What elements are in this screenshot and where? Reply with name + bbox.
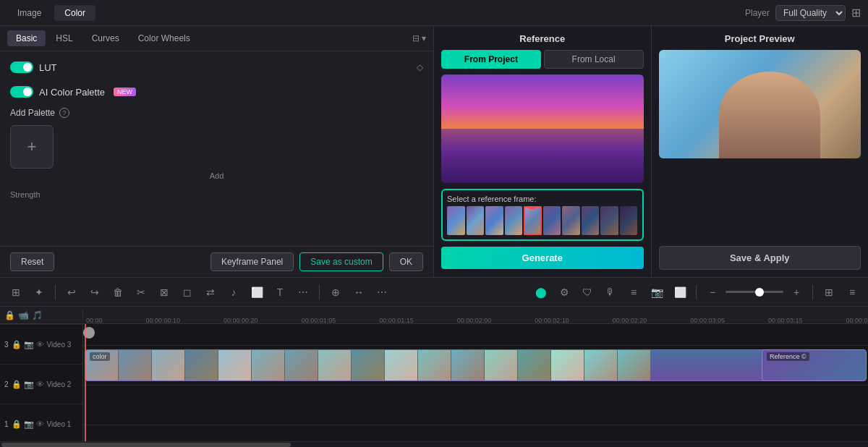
ai-palette-row: AI Color Palette NEW — [10, 83, 423, 101]
lut-toggle[interactable] — [10, 61, 33, 73]
tool-crop[interactable]: ◻ — [177, 282, 197, 302]
clip-thumb-f — [252, 350, 284, 380]
time-5: 00:00:02:00 — [457, 317, 492, 324]
tool-more-1[interactable]: ⋯ — [293, 282, 313, 302]
time-0: 00:00 — [86, 317, 103, 324]
tool-audio[interactable]: ♪ — [224, 282, 244, 302]
time-1: 00:00:00:10 — [146, 317, 181, 324]
track-row-video3[interactable]: color — [83, 346, 868, 386]
tool-cut[interactable]: ✂ — [131, 282, 151, 302]
time-10: 00:00:04:00 — [846, 317, 868, 324]
frame-strip[interactable] — [447, 206, 638, 235]
tl-audio-icon[interactable]: 🎵 — [32, 310, 43, 320]
timeline-scrollbar[interactable] — [0, 441, 868, 447]
track-3-cam-icon[interactable]: 📷 — [24, 340, 34, 349]
track-1-eye-icon[interactable]: 👁 — [36, 420, 44, 429]
tool-menu[interactable]: ≡ — [624, 282, 644, 302]
expand-icon[interactable]: ⊟ ▾ — [412, 33, 426, 43]
tool-color-circle[interactable]: ⬤ — [531, 282, 551, 302]
track-row-video1[interactable] — [83, 425, 868, 441]
tool-transform[interactable]: ⊠ — [154, 282, 174, 302]
main-area: Basic HSL Curves Color Wheels ⊟ ▾ LUT ◇ … — [0, 26, 868, 277]
panel-body: LUT ◇ AI Color Palette NEW Add Palette ?… — [0, 51, 433, 246]
tool-settings[interactable]: ⚙ — [554, 282, 574, 302]
tool-zoom-out[interactable]: − — [702, 282, 723, 302]
frame-thumb-3[interactable] — [485, 206, 503, 235]
from-project-tab[interactable]: From Project — [441, 50, 541, 69]
tool-grid-view[interactable]: ⊞ — [819, 282, 839, 302]
toolbar-right: ⬤ ⚙ 🛡 🎙 ≡ 📷 ⬜ − + ⊞ ≡ — [531, 282, 862, 302]
frame-thumb-7[interactable] — [562, 206, 580, 235]
track-3-icons: 🔒 📷 👁 — [12, 340, 44, 349]
track-1-lock-icon[interactable]: 🔒 — [12, 420, 22, 429]
palette-add-section: + Add — [10, 125, 423, 180]
save-custom-button[interactable]: Save as custom — [299, 252, 383, 271]
track-2-cam-icon[interactable]: 📷 — [24, 380, 34, 389]
quality-select[interactable]: Full Quality Half Quality Preview — [775, 5, 846, 21]
track-2-lock-icon[interactable]: 🔒 — [12, 380, 22, 389]
frame-thumb-2[interactable] — [467, 206, 485, 235]
track-3-eye-icon[interactable]: 👁 — [36, 340, 44, 349]
ai-palette-toggle[interactable] — [10, 86, 33, 98]
tool-shape[interactable]: ⬜ — [247, 282, 267, 302]
frame-thumb-1[interactable] — [447, 206, 465, 235]
tool-zoom-in[interactable]: + — [786, 282, 807, 302]
tab-basic[interactable]: Basic — [7, 30, 46, 46]
tab-image[interactable]: Image — [7, 5, 51, 21]
track-2-eye-icon[interactable]: 👁 — [36, 380, 44, 389]
tab-hsl[interactable]: HSL — [47, 30, 81, 46]
tool-box[interactable]: ⬜ — [670, 282, 690, 302]
frame-selector: Select a reference frame: — [441, 189, 644, 241]
frame-marker — [529, 206, 535, 209]
help-icon[interactable]: ? — [59, 108, 69, 118]
frame-thumb-10[interactable] — [620, 206, 638, 235]
zoom-slider[interactable] — [726, 291, 783, 293]
track-labels: 3 🔒 📷 👁 Video 3 2 🔒 📷 👁 Video 2 1 — [0, 324, 83, 441]
frame-thumb-4[interactable] — [505, 206, 523, 235]
keyframe-panel-button[interactable]: Keyframe Panel — [210, 252, 294, 271]
tl-lock-icon[interactable]: 🔒 — [4, 310, 15, 320]
tab-color[interactable]: Color — [54, 5, 95, 21]
add-palette-button[interactable]: + — [10, 125, 54, 169]
frame-thumb-8[interactable] — [582, 206, 600, 235]
tab-curves[interactable]: Curves — [83, 30, 128, 46]
timeline-ruler[interactable]: 00:00 00:00:00:10 00:00:00:20 00:00:01:0… — [83, 307, 868, 324]
tool-expand[interactable]: ↔ — [349, 282, 369, 302]
tool-delete[interactable]: 🗑 — [108, 282, 128, 302]
tool-mic[interactable]: 🎙 — [600, 282, 621, 302]
save-apply-button[interactable]: Save & Apply — [659, 246, 861, 270]
main-clip-video3[interactable]: color — [85, 349, 832, 381]
frame-thumb-9[interactable] — [600, 206, 618, 235]
clip-thumb-h — [318, 350, 351, 380]
from-local-tab[interactable]: From Local — [544, 50, 644, 69]
grid-layout-icon[interactable]: ⊞ — [851, 6, 861, 20]
tab-color-wheels[interactable]: Color Wheels — [129, 30, 199, 46]
tool-camera[interactable]: 📷 — [647, 282, 667, 302]
tool-redo[interactable]: ↪ — [85, 282, 105, 302]
tool-pointer[interactable]: ✦ — [29, 282, 49, 302]
scrollbar-thumb[interactable] — [1, 443, 291, 447]
tl-video-icon[interactable]: 📹 — [18, 310, 29, 320]
tool-shield[interactable]: 🛡 — [577, 282, 597, 302]
ref-clip-video3[interactable]: Reference © — [762, 349, 867, 381]
ruler-marks: 00:00 00:00:00:10 00:00:00:20 00:00:01:0… — [83, 307, 868, 324]
tool-more-2[interactable]: ⋯ — [372, 282, 392, 302]
tool-add[interactable]: ⊕ — [326, 282, 346, 302]
track-3-lock-icon[interactable]: 🔒 — [12, 340, 22, 349]
lut-label: LUT — [39, 62, 57, 73]
frame-thumb-5[interactable] — [524, 206, 542, 235]
tool-list-view[interactable]: ≡ — [842, 282, 862, 302]
track-row-video2[interactable] — [83, 386, 868, 425]
time-7: 00:00:02:20 — [613, 317, 647, 324]
track-1-cam-icon[interactable]: 📷 — [24, 420, 34, 429]
ok-button[interactable]: OK — [389, 252, 423, 271]
frame-thumb-6[interactable] — [543, 206, 561, 235]
tool-undo[interactable]: ↩ — [61, 282, 82, 302]
time-9: 00:00:03:15 — [768, 317, 803, 324]
tool-multi-select[interactable]: ⊞ — [6, 282, 26, 302]
tool-swap[interactable]: ⇄ — [200, 282, 221, 302]
tool-text[interactable]: T — [270, 282, 290, 302]
generate-button[interactable]: Generate — [441, 247, 644, 269]
clip-thumb-p — [584, 350, 617, 380]
reset-button[interactable]: Reset — [10, 252, 54, 271]
